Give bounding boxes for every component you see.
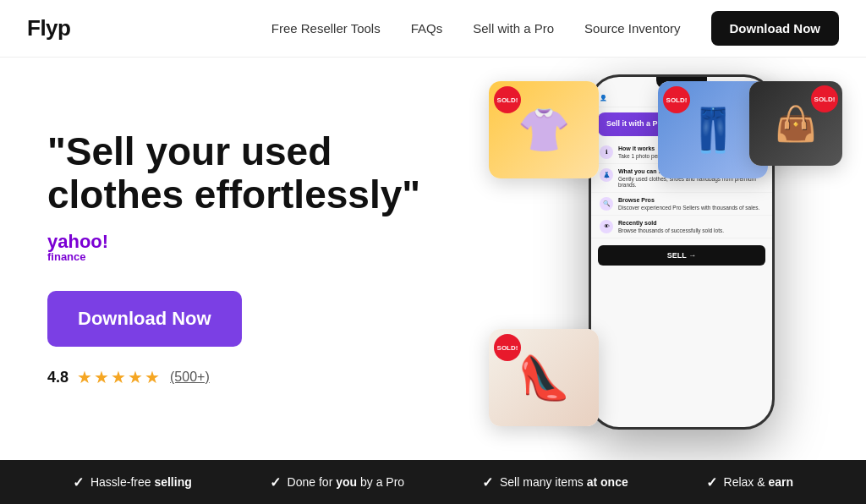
hero-headline: "Sell your used clothes effortlessly" <box>47 130 453 216</box>
phone-item-icon-2: 👗 <box>600 168 613 182</box>
rating-stars: ★★★★★ <box>77 367 162 387</box>
check-icon-2: ✓ <box>270 474 281 490</box>
footer-label-normal-1: Hassle-free <box>90 475 154 489</box>
check-icon-4: ✓ <box>706 474 717 490</box>
footer-item-hassle-free: ✓ Hassle-free selling <box>73 474 192 490</box>
footer-text-done-for-you: Done for you by a Pro <box>288 475 405 489</box>
bag-image: 👜 SOLD! <box>749 81 842 166</box>
footer-label-normal-3: Sell many items <box>500 475 587 489</box>
footer-item-relax-earn: ✓ Relax & earn <box>706 474 794 490</box>
product-card-shoes: 👠 SOLD! <box>489 329 599 426</box>
phone-item-icon-4: 👁 <box>600 220 613 233</box>
nav-free-reseller-tools[interactable]: Free Reseller Tools <box>271 21 381 36</box>
rating-row: 4.8 ★★★★★ (500+) <box>47 367 453 387</box>
sold-badge-bag: SOLD! <box>811 85 838 112</box>
header: Flyp Free Reseller Tools FAQs Sell with … <box>0 0 866 58</box>
sold-badge-jeans: SOLD! <box>663 86 690 113</box>
footer-text-relax-earn: Relax & earn <box>724 475 794 489</box>
nav-faqs[interactable]: FAQs <box>411 21 443 36</box>
product-card-bag: 👜 SOLD! <box>749 81 842 166</box>
footer-bar: ✓ Hassle-free selling ✓ Done for you by … <box>0 460 866 504</box>
phone-item-title-4: Recently sold <box>618 220 724 226</box>
phone-item-icon-3: 🔍 <box>600 197 613 211</box>
download-now-nav-button[interactable]: Download Now <box>711 11 840 46</box>
hero-right: 👚 SOLD! 👖 SOLD! 👜 SOLD! 👠 SOLD! <box>453 58 825 460</box>
rating-count: (500+) <box>170 370 210 385</box>
phone-item-desc-4: Browse thousands of successfully sold lo… <box>618 227 724 233</box>
phone-item-desc-3: Discover experienced Pro Sellers with th… <box>618 205 759 211</box>
hero-left: "Sell your used clothes effortlessly" ya… <box>47 130 453 387</box>
sold-badge-shirt: SOLD! <box>494 86 521 113</box>
shoes-image: 👠 SOLD! <box>489 329 599 426</box>
shirt-image: 👚 SOLD! <box>489 81 599 178</box>
footer-text-sell-many: Sell many items at once <box>500 475 628 489</box>
footer-label-bold-3: at once <box>587 475 628 489</box>
phone-sell-button[interactable]: SELL → <box>598 245 765 266</box>
footer-label-bold-2: you <box>336 475 357 489</box>
download-now-hero-button[interactable]: Download Now <box>47 291 242 347</box>
footer-text-hassle-free: Hassle-free selling <box>90 475 192 489</box>
nav: Free Reseller Tools FAQs Sell with a Pro… <box>271 11 839 46</box>
check-icon-1: ✓ <box>73 474 84 490</box>
check-icon-3: ✓ <box>482 474 493 490</box>
footer-item-sell-many: ✓ Sell many items at once <box>482 474 628 490</box>
footer-label-normal-2a: Done for <box>288 475 337 489</box>
footer-label-normal-4: Relax & <box>724 475 769 489</box>
phone-item-browse-pros: 🔍 Browse Pros Discover experienced Pro S… <box>591 193 772 216</box>
hero-section: "Sell your used clothes effortlessly" ya… <box>0 58 866 460</box>
phone-item-icon-1: ℹ <box>600 145 613 159</box>
yahoo-finance-text: finance <box>47 251 108 262</box>
sold-badge-shoes: SOLD! <box>494 334 521 361</box>
footer-item-done-for-you: ✓ Done for you by a Pro <box>270 474 405 490</box>
rating-number: 4.8 <box>47 369 69 386</box>
yahoo-logo-text: yahoo! <box>47 233 108 251</box>
footer-label-normal-2b: by a Pro <box>357 475 404 489</box>
nav-source-inventory[interactable]: Source Inventory <box>584 21 680 36</box>
yahoo-finance-logo: yahoo! finance <box>47 233 453 262</box>
logo: Flyp <box>27 15 70 41</box>
nav-sell-with-a-pro[interactable]: Sell with a Pro <box>473 21 554 36</box>
phone-item-title-3: Browse Pros <box>618 197 759 203</box>
footer-label-bold-4: earn <box>768 475 793 489</box>
download-cta-row: Download Now <box>47 291 453 347</box>
phone-item-recently-sold: 👁 Recently sold Browse thousands of succ… <box>591 216 772 238</box>
product-card-shirt: 👚 SOLD! <box>489 81 599 178</box>
footer-label-bold-1: selling <box>154 475 191 489</box>
